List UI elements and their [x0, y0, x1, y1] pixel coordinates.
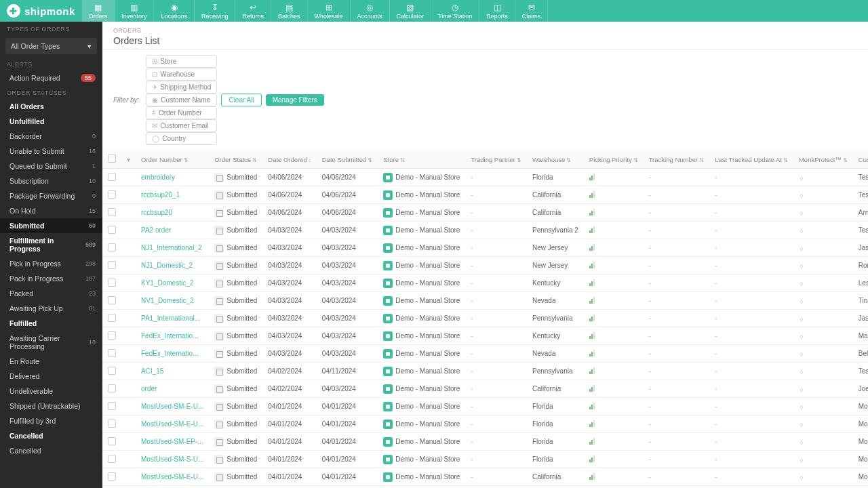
filter-chip-customer-name[interactable]: ◉Customer Name [146, 94, 217, 106]
table-row[interactable]: PA2 orderSubmitted04/03/202404/03/2024De… [102, 222, 868, 239]
table-row[interactable]: MostUsed-SM-E-P...Submitted04/01/202404/… [102, 486, 868, 489]
table-row[interactable]: rccbsup20_1Submitted04/06/202404/06/2024… [102, 186, 868, 204]
row-checkbox[interactable] [108, 243, 116, 251]
col-order-status[interactable]: Order Status⇅ [209, 150, 262, 169]
order-number-link[interactable]: MostUsed-SM-EP-... [141, 438, 203, 445]
order-number-link[interactable]: order [141, 385, 157, 392]
col-check[interactable]: ▾ [121, 150, 136, 169]
order-number-link[interactable]: embroidery [141, 174, 175, 181]
sidebar-item-package-forwarding[interactable]: Package Forwarding0 [0, 188, 102, 203]
table-row[interactable]: ACI_15Submitted04/02/202404/11/2024Demo … [102, 363, 868, 380]
col-trading-partner[interactable]: Trading Partner⇅ [465, 150, 527, 169]
table-row[interactable]: MostUsed-SM-EP-...Submitted04/01/202404/… [102, 433, 868, 451]
order-number-link[interactable]: rccbsup20_1 [141, 191, 180, 199]
sidebar-item-pack-in-progress[interactable]: Pack in Progress187 [0, 271, 102, 286]
row-checkbox[interactable] [108, 367, 116, 375]
table-row[interactable]: MostUsed-SM-E-U...Submitted04/01/202404/… [102, 398, 868, 415]
row-checkbox[interactable] [108, 314, 116, 322]
filter-chip-shipping-method[interactable]: ✈Shipping Method [146, 81, 217, 94]
row-checkbox[interactable] [108, 208, 116, 216]
nav-locations[interactable]: ◉Locations [154, 0, 195, 22]
order-number-link[interactable]: PA2 order [141, 226, 171, 234]
brand-logo[interactable]: ✚ shipmonk [0, 0, 82, 22]
nav-receiving[interactable]: ↧Receiving [195, 0, 236, 22]
table-row[interactable]: MostUsed-SM-E-U...Submitted04/01/202404/… [102, 415, 868, 433]
chevron-down-icon[interactable]: ▾ [127, 156, 130, 163]
manage-filters-button[interactable]: Manage Filters [266, 94, 324, 106]
nav-reports[interactable]: ◫Reports [479, 0, 515, 22]
filter-chip-order-number[interactable]: #Order Number [146, 106, 217, 119]
row-checkbox[interactable] [108, 331, 116, 340]
order-number-link[interactable]: FedEx_Internatio... [141, 332, 199, 340]
sidebar-item-cancelled[interactable]: Cancelled [0, 443, 102, 458]
col-check[interactable] [102, 150, 121, 169]
order-number-link[interactable]: MostUsed-SM-E-U... [141, 420, 203, 428]
col-monkprotect-[interactable]: MonkProtect™⇅ [793, 150, 853, 169]
sidebar-item-fulfilled-by-rd[interactable]: Fulfilled by 3rd [0, 413, 102, 428]
nav-accounts[interactable]: ◎Accounts [351, 0, 390, 22]
sidebar-item-fulfilled[interactable]: Fulfilled [0, 316, 102, 331]
nav-calculator[interactable]: ▧Calculator [390, 0, 432, 22]
row-checkbox[interactable] [108, 296, 116, 304]
order-number-link[interactable]: NV1_Domestic_2 [141, 297, 194, 304]
order-number-link[interactable]: rccbsup20 [141, 209, 172, 216]
col-picking-priority[interactable]: Picking Priority⇅ [584, 150, 644, 169]
nav-wholesale[interactable]: ⊞Wholesale [308, 0, 351, 22]
sidebar-item-packed[interactable]: Packed23 [0, 286, 102, 301]
sidebar-item-submitted[interactable]: Submitted60 [0, 218, 102, 233]
filter-chip-store[interactable]: ⊞Store [146, 55, 217, 68]
table-row[interactable]: NJ1_International_2Submitted04/03/202404… [102, 239, 868, 257]
col-store[interactable]: Store⇅ [378, 150, 465, 169]
sidebar-item-unfulfilled[interactable]: Unfulfilled [0, 114, 102, 129]
sidebar-item-shipped-untrackable-[interactable]: Shipped (Untrackable) [0, 399, 102, 413]
table-row[interactable]: MostUsed-SM-E-U...Submitted04/01/202404/… [102, 468, 868, 486]
table-row[interactable]: FedEx_Internatio...Submitted04/03/202404… [102, 345, 868, 363]
sidebar-item-all-orders[interactable]: All Orders [0, 99, 102, 114]
sidebar-item-undeliverable[interactable]: Undeliverable [0, 384, 102, 399]
filter-chip-warehouse[interactable]: ⊡Warehouse [146, 68, 217, 81]
col-date-submitted[interactable]: Date Submitted⇅ [317, 150, 378, 169]
order-number-link[interactable]: ACI_15 [141, 367, 163, 375]
sidebar-item-backorder[interactable]: Backorder0 [0, 129, 102, 144]
sidebar-item-fulfillment-in-progress[interactable]: Fulfillment in Progress589 [0, 233, 102, 256]
sidebar-item-pick-in-progress[interactable]: Pick in Progress298 [0, 256, 102, 271]
order-number-link[interactable]: KY1_Domestic_2 [141, 279, 193, 287]
order-number-link[interactable]: NJ1_International_2 [141, 244, 202, 251]
select-all-checkbox[interactable] [108, 155, 116, 163]
sidebar-item-subscription[interactable]: Subscription10 [0, 174, 102, 188]
row-checkbox[interactable] [108, 279, 116, 287]
sidebar-item-awaiting-carrier-processing[interactable]: Awaiting Carrier Processing18 [0, 331, 102, 354]
sidebar-item-queued-to-submit[interactable]: Queued to Submit1 [0, 159, 102, 174]
table-row[interactable]: MostUsed-SM-S-U...Submitted04/01/202404/… [102, 451, 868, 468]
nav-time-station[interactable]: ◷Time Station [431, 0, 479, 22]
sidebar-item-delivered[interactable]: Delivered [0, 369, 102, 384]
table-row[interactable]: NV1_Domestic_2Submitted04/03/202404/03/2… [102, 292, 868, 310]
order-number-link[interactable]: MostUsed-SM-S-U... [141, 455, 203, 463]
row-checkbox[interactable] [108, 472, 116, 481]
sidebar-item-action-required[interactable]: Action Required 55 [0, 70, 102, 85]
row-checkbox[interactable] [108, 173, 116, 181]
row-checkbox[interactable] [108, 349, 116, 357]
sidebar-item-on-hold[interactable]: On Hold15 [0, 203, 102, 218]
col-order-number[interactable]: Order Number⇅ [136, 150, 209, 169]
table-row[interactable]: orderSubmitted04/02/202404/03/2024Demo -… [102, 380, 868, 398]
table-row[interactable]: rccbsup20Submitted04/06/202404/06/2024De… [102, 204, 868, 222]
clear-all-button[interactable]: Clear All [221, 94, 261, 106]
row-checkbox[interactable] [108, 455, 116, 463]
sidebar-item-cancelled[interactable]: Cancelled [0, 428, 102, 443]
table-scroll[interactable]: ▾Order Number⇅Order Status⇅Date Ordered↓… [102, 150, 868, 488]
order-number-link[interactable]: MostUsed-SM-E-U... [141, 403, 203, 410]
sidebar-item-unable-to-submit[interactable]: Unable to Submit16 [0, 144, 102, 159]
order-number-link[interactable]: NJ1_Domestic_2 [141, 262, 193, 269]
table-row[interactable]: PA1_International...Submitted04/03/20240… [102, 310, 868, 327]
col-customer-name[interactable]: Customer Name⇅ [853, 150, 868, 169]
filter-chip-country[interactable]: ◯Country [146, 132, 217, 145]
row-checkbox[interactable] [108, 437, 116, 445]
order-number-link[interactable]: PA1_International... [141, 314, 200, 322]
nav-orders[interactable]: ▦Orders [82, 0, 115, 22]
nav-batches[interactable]: ▤Batches [271, 0, 308, 22]
nav-inventory[interactable]: ▥Inventory [115, 0, 154, 22]
nav-returns[interactable]: ↩Returns [235, 0, 271, 22]
row-checkbox[interactable] [108, 402, 116, 410]
sidebar-item-awaiting-pick-up[interactable]: Awaiting Pick Up81 [0, 301, 102, 316]
